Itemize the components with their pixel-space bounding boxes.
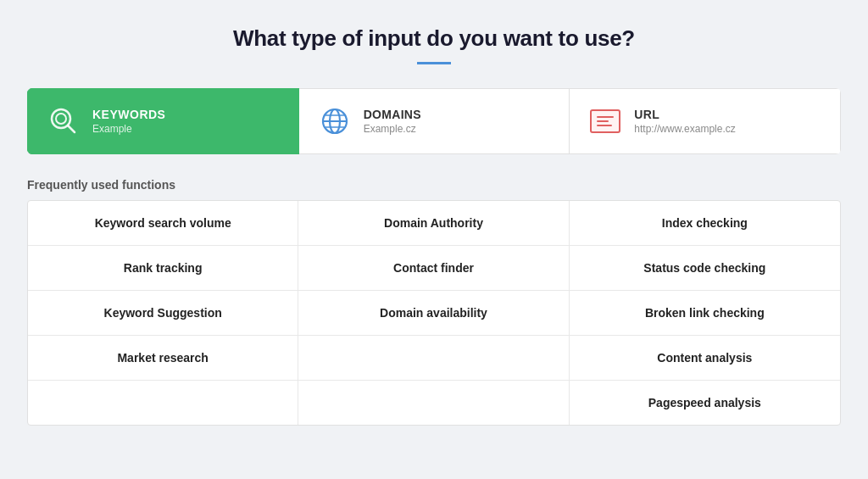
function-status-code-checking[interactable]: Status code checking [570, 246, 840, 290]
keywords-card-text: KEYWORDS Example [92, 108, 165, 135]
grid-row: Keyword Suggestion Domain availability B… [28, 291, 840, 336]
section-label: Frequently used functions [27, 178, 841, 192]
domain-icon [318, 104, 352, 138]
input-type-domains[interactable]: DOMAINS Example.cz [299, 88, 570, 154]
function-rank-tracking[interactable]: Rank tracking [28, 246, 298, 290]
url-icon-lines [597, 116, 614, 126]
function-empty-2 [28, 381, 298, 425]
function-content-analysis[interactable]: Content analysis [570, 336, 840, 380]
function-keyword-search-volume[interactable]: Keyword search volume [28, 201, 298, 245]
grid-row: Pagespeed analysis [28, 381, 840, 425]
page-container: What type of input do you want to use? K… [27, 25, 841, 426]
domains-card-text: DOMAINS Example.cz [364, 108, 421, 135]
functions-grid: Keyword search volume Domain Authority I… [27, 200, 841, 426]
keywords-title: KEYWORDS [92, 108, 165, 121]
function-broken-link-checking[interactable]: Broken link checking [570, 291, 840, 335]
domains-subtitle: Example.cz [364, 123, 421, 135]
grid-row: Keyword search volume Domain Authority I… [28, 201, 840, 246]
title-underline [417, 62, 451, 64]
input-type-url[interactable]: URL http://www.example.cz [570, 88, 841, 154]
url-subtitle: http://www.example.cz [634, 123, 735, 135]
domains-title: DOMAINS [364, 108, 421, 121]
function-contact-finder[interactable]: Contact finder [298, 246, 569, 290]
grid-row: Rank tracking Contact finder Status code… [28, 246, 840, 291]
svg-point-1 [56, 114, 66, 124]
input-type-keywords[interactable]: KEYWORDS Example [27, 88, 299, 154]
svg-line-2 [68, 125, 75, 132]
function-pagespeed-analysis[interactable]: Pagespeed analysis [570, 381, 840, 425]
page-title: What type of input do you want to use? [27, 25, 841, 52]
search-icon [47, 104, 81, 138]
input-type-row: KEYWORDS Example DOMAINS Example.cz [27, 88, 841, 154]
function-index-checking[interactable]: Index checking [570, 201, 840, 245]
url-icon [588, 104, 622, 138]
keywords-subtitle: Example [92, 123, 165, 135]
function-domain-authority[interactable]: Domain Authority [298, 201, 569, 245]
function-empty-3 [298, 381, 569, 425]
function-empty-1 [298, 336, 569, 380]
url-title: URL [634, 108, 735, 121]
function-market-research[interactable]: Market research [28, 336, 298, 380]
function-domain-availability[interactable]: Domain availability [298, 291, 569, 335]
url-card-text: URL http://www.example.cz [634, 108, 735, 135]
grid-row: Market research Content analysis [28, 336, 840, 381]
function-keyword-suggestion[interactable]: Keyword Suggestion [28, 291, 298, 335]
